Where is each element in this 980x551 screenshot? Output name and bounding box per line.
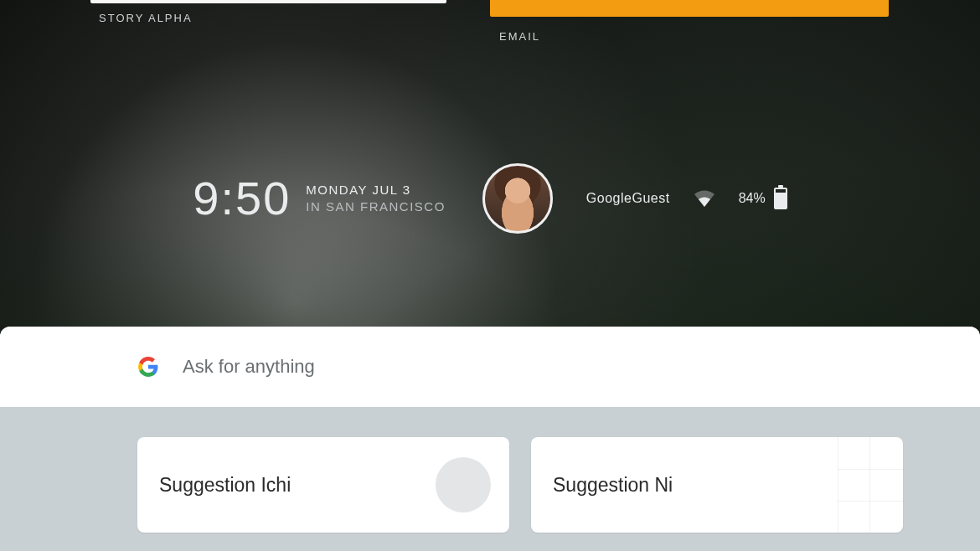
top-card-email[interactable] [490,0,889,17]
avatar[interactable] [482,163,553,234]
wifi-name: GoogleGuest [586,191,670,206]
clock-date: MONDAY JUL 3 IN SAN FRANCISCO [306,182,446,216]
suggestions-row: Suggestion Ichi Suggestion Ni [0,407,980,533]
assistant-panel: Ask for anything Suggestion Ichi Suggest… [0,327,980,551]
clock-date-line2: IN SAN FRANCISCO [306,198,446,215]
search-bar[interactable]: Ask for anything [0,327,980,407]
search-placeholder: Ask for anything [183,356,315,378]
top-card-email-label: EMAIL [499,30,540,43]
battery-percent: 84% [739,191,766,206]
suggestion-label: Suggestion Ichi [159,474,291,497]
clock-date-line1: MONDAY JUL 3 [306,182,446,198]
top-card-story[interactable] [90,0,446,3]
google-logo-icon [137,356,159,378]
wifi-icon [694,190,715,207]
top-card-story-label: STORY ALPHA [99,12,193,24]
network-status: GoogleGuest 84% [586,188,787,209]
suggestion-label: Suggestion Ni [553,474,673,497]
clock-time: 9:50 [193,175,291,222]
status-row: 9:50 MONDAY JUL 3 IN SAN FRANCISCO Googl… [0,163,980,234]
layout-grid-overlay [838,437,903,533]
suggestion-thumb-icon [436,457,491,512]
suggestion-card[interactable]: Suggestion Ichi [137,437,509,533]
battery-icon [774,188,787,209]
suggestion-card[interactable]: Suggestion Ni [531,437,903,533]
